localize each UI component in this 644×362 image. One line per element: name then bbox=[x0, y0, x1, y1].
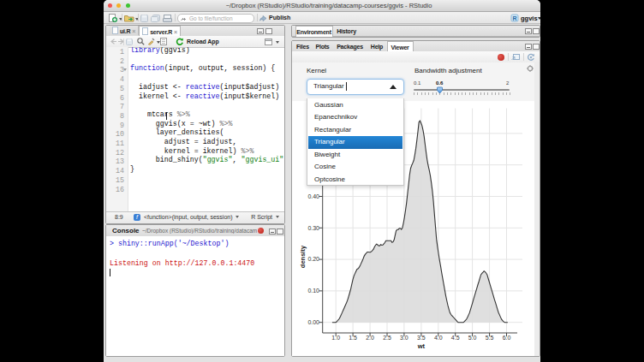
svg-text:4.5: 4.5 bbox=[451, 335, 460, 341]
svg-text:0.00: 0.00 bbox=[307, 319, 319, 325]
svg-text:4.0: 4.0 bbox=[434, 335, 443, 341]
svg-text:1.5: 1.5 bbox=[349, 335, 357, 341]
svg-text:0.20: 0.20 bbox=[307, 256, 319, 262]
svg-text:5.5: 5.5 bbox=[486, 335, 494, 341]
svg-text:0.30: 0.30 bbox=[307, 225, 319, 231]
svg-text:density: density bbox=[299, 245, 307, 268]
svg-text:6.0: 6.0 bbox=[503, 335, 511, 341]
svg-text:3.0: 3.0 bbox=[400, 335, 408, 341]
svg-text:1.0: 1.0 bbox=[331, 335, 340, 341]
svg-text:2.5: 2.5 bbox=[383, 335, 391, 341]
svg-text:wt: wt bbox=[417, 342, 426, 350]
svg-text:3.5: 3.5 bbox=[417, 335, 426, 341]
svg-text:5.0: 5.0 bbox=[468, 335, 477, 341]
svg-text:0.40: 0.40 bbox=[307, 193, 319, 199]
svg-text:0.10: 0.10 bbox=[307, 288, 319, 294]
svg-text:2.0: 2.0 bbox=[366, 335, 374, 341]
svg-text:R: R bbox=[512, 15, 516, 21]
